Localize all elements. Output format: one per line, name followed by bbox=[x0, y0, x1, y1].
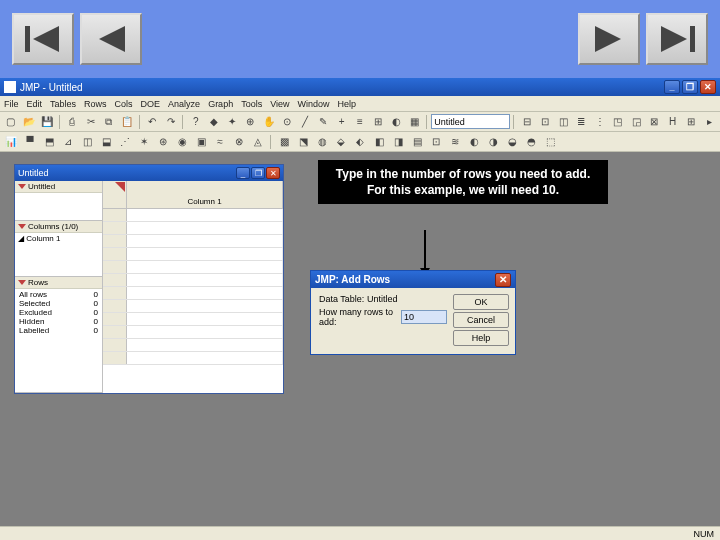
nav-last-button[interactable] bbox=[646, 13, 708, 65]
cut-icon[interactable]: ✂ bbox=[82, 114, 99, 130]
menu-cols[interactable]: Cols bbox=[115, 99, 133, 109]
tool-icon[interactable]: H bbox=[664, 114, 681, 130]
window-combo[interactable]: Untitled bbox=[431, 114, 510, 129]
undo-icon[interactable]: ↶ bbox=[144, 114, 161, 130]
menu-tools[interactable]: Tools bbox=[241, 99, 262, 109]
columns-panel-header[interactable]: Columns (1/0) bbox=[15, 221, 102, 233]
chart-icon[interactable]: ◑ bbox=[484, 134, 502, 150]
menu-doe[interactable]: DOE bbox=[141, 99, 161, 109]
menu-view[interactable]: View bbox=[270, 99, 289, 109]
chart-icon[interactable]: ⬓ bbox=[97, 134, 115, 150]
chart-icon[interactable]: ✶ bbox=[135, 134, 153, 150]
close-button[interactable]: ✕ bbox=[700, 80, 716, 94]
tool-icon[interactable]: ◫ bbox=[555, 114, 572, 130]
chart-icon[interactable]: ◉ bbox=[173, 134, 191, 150]
tool-icon[interactable]: ◲ bbox=[628, 114, 645, 130]
chart-icon[interactable]: ▣ bbox=[192, 134, 210, 150]
open-icon[interactable]: 📂 bbox=[20, 114, 37, 130]
minimize-button[interactable]: _ bbox=[236, 167, 250, 179]
nav-next-button[interactable] bbox=[578, 13, 640, 65]
paste-icon[interactable]: 📋 bbox=[118, 114, 135, 130]
tool-icon[interactable]: ▦ bbox=[406, 114, 423, 130]
redo-icon[interactable]: ↷ bbox=[162, 114, 179, 130]
tool-icon[interactable]: ⊞ bbox=[682, 114, 699, 130]
toolbars: ▢ 📂 💾 ⎙ ✂ ⧉ 📋 ↶ ↷ ? ◆ ✦ ⊕ ✋ ⊙ ╱ ✎ + ≡ ⊞ … bbox=[0, 112, 720, 152]
maximize-button[interactable]: ❐ bbox=[251, 167, 265, 179]
help-button[interactable]: Help bbox=[453, 330, 509, 346]
chart-icon[interactable]: ⊡ bbox=[427, 134, 445, 150]
menu-file[interactable]: File bbox=[4, 99, 19, 109]
chart-icon[interactable]: ≋ bbox=[446, 134, 464, 150]
tool-icon[interactable]: ⋮ bbox=[591, 114, 608, 130]
tool-icon[interactable]: ⊕ bbox=[242, 114, 259, 130]
ok-button[interactable]: OK bbox=[453, 294, 509, 310]
tool-icon[interactable]: + bbox=[333, 114, 350, 130]
tool-icon[interactable]: ⊙ bbox=[278, 114, 295, 130]
cancel-button[interactable]: Cancel bbox=[453, 312, 509, 328]
nav-first-button[interactable] bbox=[12, 13, 74, 65]
chart-icon[interactable]: ◐ bbox=[465, 134, 483, 150]
nav-prev-button[interactable] bbox=[80, 13, 142, 65]
chart-icon[interactable]: ⊿ bbox=[59, 134, 77, 150]
close-button[interactable]: ✕ bbox=[266, 167, 280, 179]
tool-icon[interactable]: ◐ bbox=[388, 114, 405, 130]
tool-icon[interactable]: ≡ bbox=[351, 114, 368, 130]
copy-icon[interactable]: ⧉ bbox=[100, 114, 117, 130]
menu-window[interactable]: Window bbox=[298, 99, 330, 109]
chart-icon[interactable]: ⋰ bbox=[116, 134, 134, 150]
tool-icon[interactable]: ✦ bbox=[224, 114, 241, 130]
new-icon[interactable]: ▢ bbox=[2, 114, 19, 130]
menu-analyze[interactable]: Analyze bbox=[168, 99, 200, 109]
help-icon[interactable]: ? bbox=[187, 114, 204, 130]
column-item[interactable]: ◢ Column 1 bbox=[18, 234, 99, 243]
data-grid[interactable]: Column 1 bbox=[103, 181, 283, 393]
tool-icon[interactable]: ╱ bbox=[297, 114, 314, 130]
tool-icon[interactable]: ⊠ bbox=[646, 114, 663, 130]
maximize-button[interactable]: ❐ bbox=[682, 80, 698, 94]
chart-icon[interactable]: ⊛ bbox=[154, 134, 172, 150]
tool-icon[interactable]: ✎ bbox=[315, 114, 332, 130]
tool-icon[interactable]: ⊡ bbox=[536, 114, 553, 130]
rows-panel-header[interactable]: Rows bbox=[15, 277, 102, 289]
menu-graph[interactable]: Graph bbox=[208, 99, 233, 109]
chart-icon[interactable]: ⬙ bbox=[332, 134, 350, 150]
tool-icon[interactable]: ✋ bbox=[260, 114, 277, 130]
chart-icon[interactable]: ⊗ bbox=[230, 134, 248, 150]
chart-icon[interactable]: ◨ bbox=[389, 134, 407, 150]
chart-icon[interactable]: ◧ bbox=[370, 134, 388, 150]
chart-icon[interactable]: ⬔ bbox=[294, 134, 312, 150]
chart-icon[interactable]: ≈ bbox=[211, 134, 229, 150]
tool-icon[interactable]: ≣ bbox=[573, 114, 590, 130]
tool-icon[interactable]: ◳ bbox=[609, 114, 626, 130]
chart-icon[interactable]: ▩ bbox=[275, 134, 293, 150]
rows-count-input[interactable] bbox=[401, 310, 447, 324]
chart-icon[interactable]: ⬒ bbox=[40, 134, 58, 150]
close-button[interactable]: ✕ bbox=[495, 273, 511, 287]
chart-icon[interactable]: ◒ bbox=[503, 134, 521, 150]
tool-icon[interactable]: ⊟ bbox=[518, 114, 535, 130]
grid-corner[interactable] bbox=[103, 181, 127, 208]
arrow-icon bbox=[424, 230, 426, 270]
chart-icon[interactable]: ◍ bbox=[313, 134, 331, 150]
print-icon[interactable]: ⎙ bbox=[64, 114, 81, 130]
chart-icon[interactable]: ◫ bbox=[78, 134, 96, 150]
tool-icon[interactable]: ◆ bbox=[205, 114, 222, 130]
menu-help[interactable]: Help bbox=[338, 99, 357, 109]
chart-icon[interactable]: ◓ bbox=[522, 134, 540, 150]
chart-icon[interactable]: ▤ bbox=[408, 134, 426, 150]
chart-icon[interactable]: ◬ bbox=[249, 134, 267, 150]
menu-edit[interactable]: Edit bbox=[27, 99, 43, 109]
chart-icon[interactable]: ⬚ bbox=[541, 134, 559, 150]
tool-icon[interactable]: ⊞ bbox=[370, 114, 387, 130]
menu-rows[interactable]: Rows bbox=[84, 99, 107, 109]
jmp-app-window: JMP - Untitled _ ❐ ✕ File Edit Tables Ro… bbox=[0, 78, 720, 540]
minimize-button[interactable]: _ bbox=[664, 80, 680, 94]
chart-icon[interactable]: ▀ bbox=[21, 134, 39, 150]
table-panel-header[interactable]: Untitled bbox=[15, 181, 102, 193]
save-icon[interactable]: 💾 bbox=[39, 114, 56, 130]
chart-icon[interactable]: ⬖ bbox=[351, 134, 369, 150]
column-header[interactable]: Column 1 bbox=[127, 181, 283, 208]
menu-tables[interactable]: Tables bbox=[50, 99, 76, 109]
tool-icon[interactable]: ▸ bbox=[701, 114, 718, 130]
chart-icon[interactable]: 📊 bbox=[2, 134, 20, 150]
